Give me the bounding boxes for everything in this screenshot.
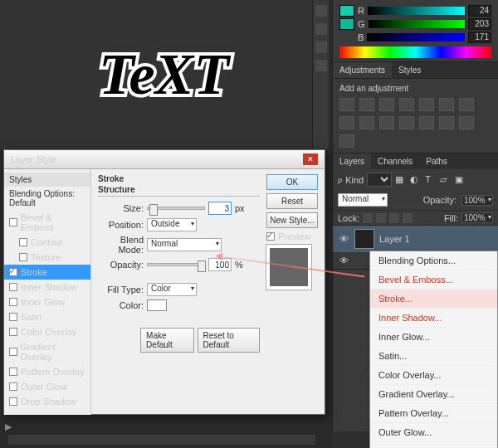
- background-swatch[interactable]: [339, 18, 354, 30]
- sb-satin[interactable]: Satin: [4, 309, 90, 324]
- menu-satin[interactable]: Satin...: [370, 346, 497, 365]
- g-slider[interactable]: [369, 20, 465, 28]
- channel-mixer-icon[interactable]: [359, 116, 374, 129]
- sb-bevel[interactable]: Bevel & Emboss: [4, 210, 90, 235]
- close-button[interactable]: ✕: [303, 153, 318, 165]
- menu-pattern-overlay[interactable]: Pattern Overlay...: [370, 403, 497, 422]
- threshold-icon[interactable]: [439, 116, 454, 129]
- bw-icon[interactable]: [459, 98, 474, 111]
- size-input[interactable]: [208, 202, 232, 215]
- menu-gradient-overlay[interactable]: Gradient Overlay...: [370, 384, 497, 403]
- lookup-icon[interactable]: [379, 116, 394, 129]
- selective-color-icon[interactable]: [339, 134, 354, 148]
- visibility-icon[interactable]: 👁: [338, 234, 349, 244]
- filter-type-icon[interactable]: T: [425, 174, 437, 186]
- lock-transparent-icon[interactable]: [363, 213, 373, 223]
- photo-filter-icon[interactable]: [339, 116, 354, 129]
- foreground-swatch[interactable]: [339, 5, 354, 17]
- filter-adjust-icon[interactable]: ◐: [410, 174, 422, 186]
- r-slider[interactable]: [368, 7, 465, 15]
- gradient-map-icon[interactable]: [459, 116, 474, 129]
- vibrance-icon[interactable]: [419, 98, 434, 111]
- menu-bevel-emboss[interactable]: Bevel & Emboss...: [370, 270, 497, 289]
- menu-outer-glow[interactable]: Outer Glow...: [370, 422, 497, 441]
- g-value[interactable]: 203: [468, 18, 491, 30]
- filter-shape-icon[interactable]: ▱: [440, 174, 452, 186]
- curves-icon[interactable]: [379, 98, 394, 111]
- lock-pixels-icon[interactable]: [376, 213, 386, 223]
- canvas-area[interactable]: TeXT: [0, 0, 328, 149]
- dialog-titlebar[interactable]: Layer Style ✕: [4, 150, 325, 169]
- exposure-icon[interactable]: [399, 98, 414, 111]
- sb-texture[interactable]: Texture: [4, 250, 90, 265]
- layer-item[interactable]: 👁 Layer 1: [333, 226, 498, 252]
- blend-select[interactable]: Normal: [147, 238, 222, 251]
- tab-layers[interactable]: Layers: [333, 153, 371, 169]
- canvas-text: TeXT: [99, 41, 229, 108]
- layer-thumbnail[interactable]: [354, 229, 374, 249]
- lock-all-icon[interactable]: [403, 213, 413, 223]
- menu-stroke[interactable]: Stroke...: [370, 289, 497, 308]
- tool-icon[interactable]: [315, 23, 327, 35]
- sb-drop-shadow[interactable]: Drop Shadow: [4, 394, 90, 409]
- r-value[interactable]: 24: [468, 5, 491, 17]
- lock-label: Lock:: [338, 213, 359, 223]
- b-value[interactable]: 171: [468, 32, 491, 43]
- menu-blending-options[interactable]: Blending Options...: [370, 251, 497, 270]
- sb-color-overlay[interactable]: Color Overlay: [4, 324, 90, 339]
- tab-adjustments[interactable]: Adjustments: [333, 62, 392, 78]
- opacity-input[interactable]: 100%: [461, 195, 493, 206]
- visibility-icon[interactable]: 👁: [338, 256, 349, 265]
- position-select[interactable]: Outside: [147, 218, 197, 231]
- make-default-button[interactable]: Make Default: [140, 328, 193, 353]
- blend-mode-select[interactable]: Normal: [338, 193, 388, 207]
- opacity-slider[interactable]: [147, 263, 205, 266]
- sb-outer-glow[interactable]: Outer Glow: [4, 379, 90, 394]
- blending-options-default[interactable]: Blending Options: Default: [4, 187, 90, 210]
- reset-button[interactable]: Reset: [266, 193, 318, 209]
- tab-styles[interactable]: Styles: [392, 62, 427, 78]
- menu-drop-shadow[interactable]: Drop Shadow...: [370, 441, 497, 448]
- sb-gradient-overlay[interactable]: Gradient Overlay: [4, 339, 90, 364]
- section-stroke: Stroke: [98, 174, 260, 183]
- sb-stroke[interactable]: Stroke: [4, 265, 90, 280]
- filter-smart-icon[interactable]: ▣: [455, 174, 466, 186]
- sb-contour[interactable]: Contour: [4, 235, 90, 250]
- reset-default-button[interactable]: Reset to Default: [198, 328, 260, 353]
- hue-icon[interactable]: [439, 98, 454, 111]
- menu-inner-shadow[interactable]: Inner Shadow...: [370, 308, 497, 327]
- horizontal-scrollbar[interactable]: [8, 435, 315, 445]
- preview-checkbox[interactable]: [266, 232, 275, 241]
- kind-filter[interactable]: [367, 173, 392, 187]
- b-slider[interactable]: [367, 33, 465, 41]
- tab-channels[interactable]: Channels: [371, 153, 419, 169]
- size-slider[interactable]: [147, 207, 205, 210]
- sb-pattern-overlay[interactable]: Pattern Overlay: [4, 364, 90, 379]
- posterize-icon[interactable]: [419, 116, 434, 129]
- filltype-select[interactable]: Color: [147, 283, 197, 296]
- play-icon[interactable]: ▶: [5, 421, 12, 432]
- fill-input[interactable]: 100%: [461, 212, 493, 223]
- preview-label: Preview: [278, 231, 310, 241]
- brightness-icon[interactable]: [339, 98, 354, 111]
- tool-icon[interactable]: [315, 5, 327, 17]
- styles-header[interactable]: Styles: [4, 173, 90, 187]
- fill-label: Fill:: [444, 213, 458, 223]
- opacity-input[interactable]: [208, 258, 232, 271]
- tool-icon[interactable]: [315, 41, 327, 53]
- menu-color-overlay[interactable]: Color Overlay...: [370, 365, 497, 384]
- levels-icon[interactable]: [359, 98, 374, 111]
- filter-pixel-icon[interactable]: ▦: [395, 174, 407, 186]
- menu-inner-glow[interactable]: Inner Glow...: [370, 327, 497, 346]
- layer-name[interactable]: Layer 1: [379, 234, 410, 244]
- invert-icon[interactable]: [399, 116, 414, 129]
- new-style-button[interactable]: New Style...: [266, 212, 318, 228]
- tab-paths[interactable]: Paths: [419, 153, 454, 169]
- lock-position-icon[interactable]: [389, 213, 399, 223]
- color-swatch[interactable]: [147, 299, 167, 311]
- sb-inner-shadow[interactable]: Inner Shadow: [4, 280, 90, 295]
- sb-inner-glow[interactable]: Inner Glow: [4, 295, 90, 309]
- tool-icon[interactable]: [315, 60, 327, 71]
- spectrum-bar[interactable]: [339, 46, 491, 58]
- ok-button[interactable]: OK: [266, 174, 318, 190]
